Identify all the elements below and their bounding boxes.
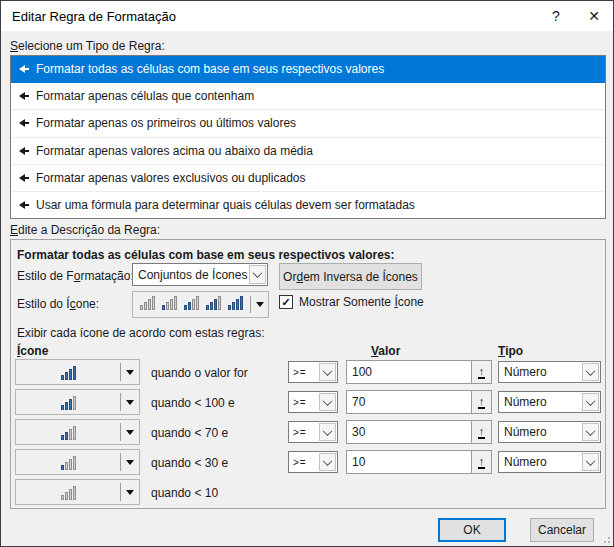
close-icon: ✕ xyxy=(588,8,600,24)
value-input[interactable]: 30 ↑ xyxy=(346,420,492,444)
cancel-label: Cancelar xyxy=(538,523,586,537)
akey-post: one: xyxy=(76,297,99,311)
rating-bars-icon xyxy=(162,295,177,310)
rule-arrow-icon xyxy=(19,65,29,73)
collapse-dialog-button[interactable]: ↑ xyxy=(471,391,491,413)
cancel-button[interactable]: Cancelar xyxy=(530,518,594,542)
chevron-down-icon xyxy=(249,265,266,284)
icon-dropdown[interactable] xyxy=(15,359,140,385)
column-header-value: Valor xyxy=(371,344,400,358)
description-label: Edite a Descrição da Regra: xyxy=(10,223,160,237)
operator-value: >= xyxy=(289,427,318,438)
rule-arrow-icon xyxy=(19,119,29,127)
ok-label: OK xyxy=(463,523,480,537)
collapse-dialog-button[interactable]: ↑ xyxy=(471,361,491,383)
icon-dropdown[interactable] xyxy=(15,479,140,505)
format-style-label: Estilo de Formatação: xyxy=(17,269,134,283)
value-input[interactable]: 100 ↑ xyxy=(346,360,492,384)
type-value: Número xyxy=(499,425,581,439)
format-style-value: Conjuntos de Ícones xyxy=(133,268,248,282)
up-arrow-icon: ↑ xyxy=(478,396,486,409)
help-button[interactable]: ? xyxy=(537,1,575,31)
akey-pre: Or xyxy=(283,270,296,284)
up-arrow-icon: ↑ xyxy=(478,456,486,469)
show-icon-only-checkbox[interactable]: ✓ Mostrar Somente Ícone xyxy=(279,295,424,309)
format-style-combo[interactable]: Conjuntos de Ícones xyxy=(132,263,268,286)
rule-type-option-label: Usar uma fórmula para determinar quais c… xyxy=(36,198,415,212)
chevron-down-icon xyxy=(121,460,139,465)
type-combo[interactable]: Número xyxy=(498,391,601,413)
chevron-down-icon[interactable] xyxy=(251,302,268,307)
icon-dropdown[interactable] xyxy=(15,389,140,415)
icon-dropdown[interactable] xyxy=(15,419,140,445)
checkbox-check-icon: ✓ xyxy=(279,295,293,309)
value-text: 70 xyxy=(347,395,471,409)
chevron-down-icon xyxy=(319,393,336,411)
value-input[interactable]: 70 ↑ xyxy=(346,390,492,414)
rule-row: quando < 100 e >= 70 ↑ Número xyxy=(1,389,614,415)
rating-bars-icon xyxy=(61,455,76,470)
rule-arrow-icon xyxy=(19,92,29,100)
rule-row: quando < 30 e >= 10 ↑ Número xyxy=(1,449,614,475)
operator-value: >= xyxy=(289,457,318,468)
rule-type-option-label: Formatar apenas valores acima ou abaixo … xyxy=(36,144,313,158)
rating-bars-icon xyxy=(61,425,76,440)
value-text: 30 xyxy=(347,425,471,439)
icon-dropdown[interactable] xyxy=(15,449,140,475)
close-button[interactable]: ✕ xyxy=(575,1,613,31)
show-icon-only-label: Mostrar Somente Ícone xyxy=(299,295,424,309)
rule-type-list: Formatar todas as células com base em se… xyxy=(10,55,606,219)
operator-combo[interactable]: >= xyxy=(288,361,338,383)
type-combo[interactable]: Número xyxy=(498,421,601,443)
type-combo[interactable]: Número xyxy=(498,361,601,383)
type-combo[interactable]: Número xyxy=(498,451,601,473)
akey-post: elecione um Tipo de Regra: xyxy=(18,39,165,53)
chevron-down-icon xyxy=(319,423,336,441)
rule-type-option-selected[interactable]: Formatar todas as células com base em se… xyxy=(11,56,605,83)
condition-text: quando < 70 e xyxy=(151,426,228,440)
rule-type-option[interactable]: Formatar apenas valores acima ou abaixo … xyxy=(11,138,605,165)
akey-key: S xyxy=(10,39,18,53)
akey-pre: Mostrar Somente xyxy=(299,295,394,309)
type-value: Número xyxy=(499,365,581,379)
rule-type-option-label: Formatar apenas valores exclusivos ou du… xyxy=(36,171,305,185)
chevron-down-icon xyxy=(121,400,139,405)
title-bar: Editar Regra de Formatação ? ✕ xyxy=(1,1,613,31)
operator-combo[interactable]: >= xyxy=(288,451,338,473)
rule-type-label: Selecione um Tipo de Regra: xyxy=(10,39,165,53)
rule-arrow-icon xyxy=(19,174,29,182)
rule-type-option[interactable]: Usar uma fórmula para determinar quais c… xyxy=(11,192,605,218)
reverse-icon-order-button[interactable]: Ordem Inversa de Ícones xyxy=(279,263,422,290)
rating-bars-icon xyxy=(140,295,155,310)
akey-post: em Inversa de Ícones xyxy=(303,270,418,284)
collapse-dialog-button[interactable]: ↑ xyxy=(471,421,491,443)
rule-row: quando < 70 e >= 30 ↑ Número xyxy=(1,419,614,445)
rule-type-option-label: Formatar apenas células que contenham xyxy=(36,89,254,103)
column-header-icon: Ícone xyxy=(17,344,48,358)
rating-bars-icon xyxy=(61,365,76,380)
collapse-dialog-button[interactable]: ↑ xyxy=(471,451,491,473)
rule-arrow-icon xyxy=(19,147,29,155)
akey-key: d xyxy=(296,270,303,284)
ok-button[interactable]: OK xyxy=(438,518,506,542)
rule-row: quando < 10 xyxy=(1,479,614,505)
akey-post: dite a Descrição da Regra: xyxy=(18,223,160,237)
edit-formatting-rule-dialog: Editar Regra de Formatação ? ✕ Selecione… xyxy=(0,0,614,547)
icon-style-label: Estilo do Ícone: xyxy=(17,297,99,311)
akey-post: alor xyxy=(378,344,400,358)
rule-type-option[interactable]: Formatar apenas os primeiros ou últimos … xyxy=(11,110,605,137)
icon-style-picker[interactable] xyxy=(132,291,269,318)
icon-set-preview xyxy=(133,295,250,315)
operator-combo[interactable]: >= xyxy=(288,421,338,443)
value-input[interactable]: 10 ↑ xyxy=(346,450,492,474)
rating-bars-icon xyxy=(61,395,76,410)
rule-type-option[interactable]: Formatar apenas células que contenham xyxy=(11,83,605,110)
chevron-down-icon xyxy=(582,393,599,411)
operator-combo[interactable]: >= xyxy=(288,391,338,413)
rating-bars-icon xyxy=(184,295,199,310)
rule-type-option[interactable]: Formatar apenas valores exclusivos ou du… xyxy=(11,165,605,192)
rule-type-option-label: Formatar apenas os primeiros ou últimos … xyxy=(36,116,296,130)
akey-post: rmatação: xyxy=(80,269,133,283)
value-text: 100 xyxy=(347,365,471,379)
resize-grip[interactable] xyxy=(601,534,610,543)
